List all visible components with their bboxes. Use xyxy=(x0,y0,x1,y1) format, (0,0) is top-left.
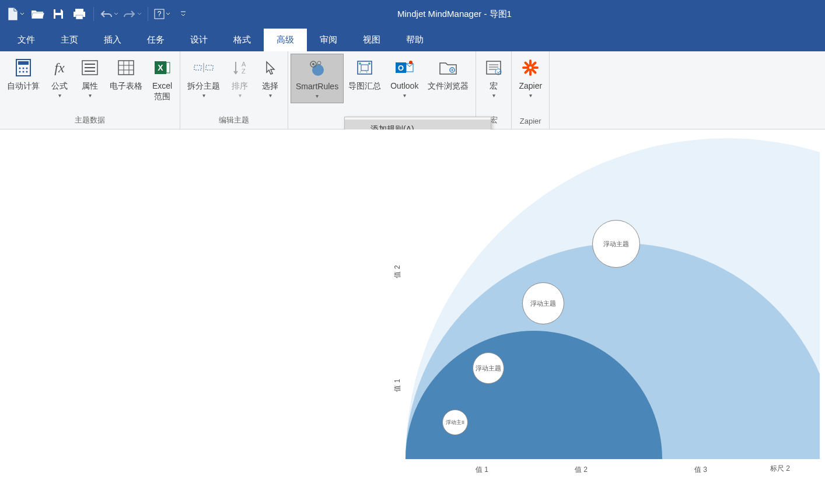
label: 公式 xyxy=(51,80,68,91)
svg-rect-4 xyxy=(76,15,83,19)
chevron-down-icon: ▾ xyxy=(403,92,406,99)
tab-help[interactable]: 帮助 xyxy=(393,29,436,51)
gears-head-icon xyxy=(307,58,328,79)
y-tick-1: 值 1 xyxy=(393,379,403,391)
svg-point-12 xyxy=(19,71,21,73)
svg-rect-29 xyxy=(206,65,213,70)
label: Outlook xyxy=(390,80,418,91)
file-browser-button[interactable]: 文件浏览器 xyxy=(423,54,473,94)
svg-point-9 xyxy=(19,68,21,69)
title-bar: ? Mindjet MindManager - 导图1 xyxy=(0,0,825,28)
svg-text:A: A xyxy=(242,61,246,68)
svg-point-33 xyxy=(312,64,324,76)
grid-icon xyxy=(116,57,137,78)
x-tick-3: 值 3 xyxy=(694,465,707,475)
tab-design[interactable]: 设计 xyxy=(177,29,221,51)
redo-button[interactable] xyxy=(121,4,144,24)
split-icon xyxy=(193,57,214,78)
svg-rect-8 xyxy=(18,61,29,65)
save-button[interactable] xyxy=(48,4,69,24)
label: 排序 xyxy=(232,80,248,91)
svg-point-35 xyxy=(312,63,314,65)
svg-point-36 xyxy=(317,61,321,65)
onion-chart: 浮动主II 浮动主题 浮动主题 浮动主题 值 1 值 2 值 3 标尺 2 值 … xyxy=(405,130,820,503)
formula-button[interactable]: fx 公式 ▾ xyxy=(44,54,75,102)
tab-task[interactable]: 任务 xyxy=(134,29,177,51)
auto-calc-button[interactable]: 自动计算 xyxy=(2,54,44,94)
svg-rect-2 xyxy=(75,9,83,12)
svg-rect-20 xyxy=(118,61,134,75)
bubble-1[interactable]: 浮动主II xyxy=(442,410,468,435)
canvas[interactable]: 浮动主II 浮动主题 浮动主题 浮动主题 值 1 值 2 值 3 标尺 2 值 … xyxy=(0,130,825,504)
zapier-button[interactable]: Zapier ▾ xyxy=(514,54,547,102)
print-button[interactable] xyxy=(69,4,90,24)
tab-format[interactable]: 格式 xyxy=(221,29,264,51)
svg-rect-38 xyxy=(361,65,368,71)
svg-point-46 xyxy=(452,69,453,71)
chevron-down-icon: ▾ xyxy=(239,92,242,99)
x-axis-label: 标尺 2 xyxy=(770,464,790,474)
label: 文件浏览器 xyxy=(428,80,469,91)
svg-point-40 xyxy=(368,62,370,65)
svg-text:?: ? xyxy=(158,10,162,18)
tab-view[interactable]: 视图 xyxy=(350,29,393,51)
macro-button[interactable]: 宏 ▾ xyxy=(478,54,509,102)
label: 选择 xyxy=(262,80,278,91)
new-file-button[interactable] xyxy=(5,4,27,24)
properties-button[interactable]: 属性 ▾ xyxy=(75,54,105,102)
spreadsheet-button[interactable]: 电子表格 xyxy=(105,54,147,94)
svg-point-13 xyxy=(23,71,25,73)
undo-button[interactable] xyxy=(97,4,121,24)
svg-point-11 xyxy=(26,68,28,69)
window-title: Mindjet MindManager - 导图1 xyxy=(194,9,820,20)
list-icon xyxy=(79,57,100,78)
x-tick-2: 值 2 xyxy=(575,465,588,475)
sort-button: AZ 排序 ▾ xyxy=(225,54,255,102)
tab-advanced[interactable]: 高级 xyxy=(264,29,307,51)
outlook-button[interactable]: O Outlook ▾ xyxy=(386,54,423,102)
sort-icon: AZ xyxy=(229,57,250,78)
tab-file[interactable]: 文件 xyxy=(5,29,48,51)
tab-insert[interactable]: 插入 xyxy=(91,29,134,51)
svg-point-10 xyxy=(23,68,25,69)
tab-home[interactable]: 主页 xyxy=(48,29,91,51)
label: Excel 范围 xyxy=(152,80,172,102)
svg-rect-0 xyxy=(55,9,61,13)
smartrules-button[interactable]: SmartRules ▾ xyxy=(291,54,344,103)
rollup-button[interactable]: 导图汇总 xyxy=(344,54,386,94)
svg-point-39 xyxy=(359,62,361,65)
label: 导图汇总 xyxy=(348,80,381,91)
folder-gear-icon xyxy=(438,57,459,78)
open-file-button[interactable] xyxy=(27,4,48,24)
tab-review[interactable]: 审阅 xyxy=(307,29,350,51)
select-button[interactable]: 选择 ▾ xyxy=(255,54,285,102)
label: 电子表格 xyxy=(110,80,142,91)
excel-button[interactable]: X Excel 范围 xyxy=(147,54,177,105)
qat-customize-button[interactable] xyxy=(173,4,194,24)
bubble-3[interactable]: 浮动主题 xyxy=(522,282,564,324)
label: 属性 xyxy=(82,80,98,91)
split-topic-button[interactable]: 拆分主题 ▾ xyxy=(183,54,225,102)
ribbon-group-edit-topic: 拆分主题 ▾ AZ 排序 ▾ 选择 ▾ 编辑主题 xyxy=(180,51,288,129)
label: SmartRules xyxy=(296,81,338,92)
macro-icon xyxy=(483,57,504,78)
svg-text:Z: Z xyxy=(242,68,246,75)
bubble-4[interactable]: 浮动主题 xyxy=(592,220,640,268)
chevron-down-icon: ▾ xyxy=(316,93,319,99)
group-label: Zapier xyxy=(512,114,549,129)
svg-rect-27 xyxy=(166,62,170,73)
chevron-down-icon: ▾ xyxy=(269,92,272,99)
excel-icon: X xyxy=(152,57,173,78)
svg-point-44 xyxy=(409,61,412,64)
cursor-icon xyxy=(260,57,281,78)
label: Zapier xyxy=(519,80,542,91)
chevron-down-icon: ▾ xyxy=(529,92,532,99)
svg-text:O: O xyxy=(398,64,404,72)
bubble-2[interactable]: 浮动主题 xyxy=(473,352,504,384)
ribbon-group-topic-data: 自动计算 fx 公式 ▾ 属性 ▾ 电子表格 X Excel 范围 主题数据 xyxy=(0,51,180,129)
separator xyxy=(148,7,148,21)
group-label: 主题数据 xyxy=(0,113,180,129)
help-button[interactable]: ? xyxy=(152,4,173,24)
label: 自动计算 xyxy=(7,80,40,91)
x-tick-1: 值 1 xyxy=(476,465,488,475)
